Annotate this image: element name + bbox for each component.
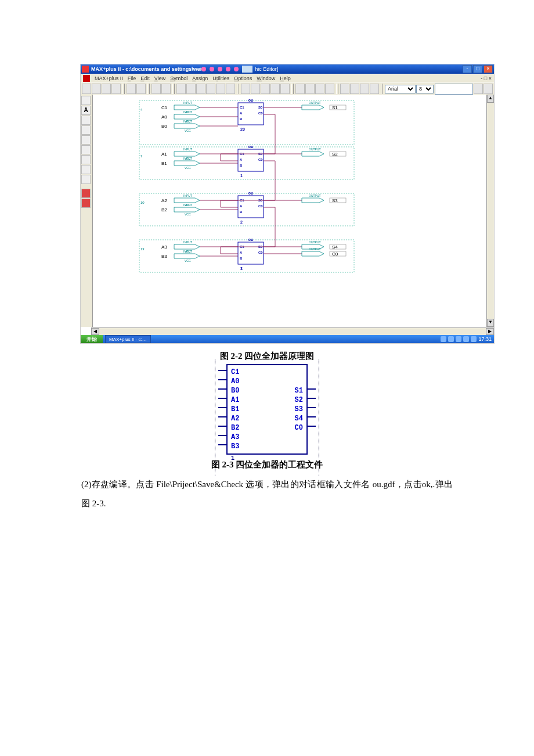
taskbar-app-button[interactable]: MAX+plus II - c:… xyxy=(105,335,151,343)
toolbar-button[interactable] xyxy=(305,84,315,94)
svg-text:A: A xyxy=(240,158,243,161)
tool-fit-icon[interactable] xyxy=(81,175,91,184)
toolbar-button[interactable] xyxy=(360,84,369,94)
tray-icon[interactable] xyxy=(456,336,461,342)
tool-line-icon[interactable] xyxy=(81,116,91,125)
toolbar-button[interactable] xyxy=(206,84,215,94)
schematic-canvas[interactable]: ouC1ABS0C020C1INPUTVCCA0INPUTVCCB0INPUTV… xyxy=(93,95,486,327)
maximize-button[interactable]: □ xyxy=(473,65,482,73)
svg-text:7: 7 xyxy=(140,154,143,158)
scroll-down-icon[interactable]: ▼ xyxy=(487,319,494,327)
window-title-suffix: hic Editor] xyxy=(255,66,278,72)
pin-row: B2C0 xyxy=(231,423,303,433)
tray-icon[interactable] xyxy=(463,336,469,342)
svg-text:A: A xyxy=(240,251,243,254)
tool-zoomin-icon[interactable] xyxy=(81,155,91,164)
svg-text:A2: A2 xyxy=(161,198,167,203)
toolbar-button[interactable] xyxy=(484,84,493,94)
close-button[interactable]: × xyxy=(484,65,493,73)
svg-text:B2: B2 xyxy=(161,207,167,213)
tool-zoomout-icon[interactable] xyxy=(81,165,91,174)
doc-icons-group xyxy=(201,67,239,71)
toolbar-button[interactable] xyxy=(325,84,334,94)
menu-view[interactable]: View xyxy=(154,75,165,81)
menu-app[interactable]: MAX+plus II xyxy=(95,75,123,81)
toolbar-button[interactable] xyxy=(315,84,324,94)
tray-icon[interactable] xyxy=(441,336,446,342)
toolbar-button[interactable] xyxy=(251,84,260,94)
svg-text:3: 3 xyxy=(240,267,243,271)
pin-row: C1 xyxy=(231,368,303,377)
toolbar-button[interactable] xyxy=(370,84,379,94)
mdi-icon xyxy=(242,66,252,73)
toolbar-button[interactable] xyxy=(102,84,111,94)
toolbar-button[interactable] xyxy=(241,84,250,94)
menu-edit[interactable]: Edit xyxy=(140,75,150,81)
toolbar-button[interactable] xyxy=(295,84,305,94)
svg-text:B1: B1 xyxy=(161,161,167,166)
size-select[interactable]: 8 xyxy=(416,85,434,93)
menu-file[interactable]: File xyxy=(128,75,136,81)
toolbar-input[interactable] xyxy=(435,84,473,95)
toolbar-button[interactable] xyxy=(82,84,91,94)
pin-row: A3 xyxy=(231,433,303,442)
toolbar-button[interactable] xyxy=(270,84,280,94)
tool-color2-icon[interactable] xyxy=(81,199,91,208)
toolbar-button[interactable] xyxy=(92,84,101,94)
toolbar-button[interactable] xyxy=(280,84,290,94)
menu-utilities[interactable]: Utilities xyxy=(212,75,229,81)
menu-window[interactable]: Window xyxy=(257,75,275,81)
pin-row: A1S2 xyxy=(231,395,303,405)
toolbar-button[interactable] xyxy=(226,84,235,94)
start-button[interactable]: 开始 xyxy=(81,335,103,343)
pin-lead xyxy=(218,407,226,408)
toolbar-button[interactable] xyxy=(261,84,270,94)
svg-text:INPUT: INPUT xyxy=(183,110,192,114)
pin-row: B0S1 xyxy=(231,386,303,395)
svg-text:B: B xyxy=(240,117,243,121)
toolbar-button[interactable] xyxy=(151,84,161,94)
menu-options[interactable]: Options xyxy=(234,75,252,81)
toolbar-button[interactable] xyxy=(350,84,359,94)
mdi-buttons[interactable]: - □ × xyxy=(481,75,492,81)
scroll-up-icon[interactable]: ▲ xyxy=(487,95,494,103)
tool-color1-icon[interactable] xyxy=(81,189,91,198)
menu-assign[interactable]: Assign xyxy=(192,75,208,81)
window-buttons[interactable]: - □ × xyxy=(463,65,493,73)
tool-arrow-icon[interactable] xyxy=(81,96,91,105)
doc-icon xyxy=(201,67,206,71)
toolbar-button[interactable] xyxy=(216,84,225,94)
tool-text-icon[interactable]: A xyxy=(81,106,91,115)
horizontal-scrollbar[interactable]: ◀ ▶ xyxy=(91,327,494,335)
toolbar-button[interactable] xyxy=(196,84,205,94)
toolbar-button[interactable] xyxy=(161,84,171,94)
tray-icon[interactable] xyxy=(448,336,454,342)
vertical-scrollbar[interactable]: ▲ ▼ xyxy=(486,95,494,327)
minimize-button[interactable]: - xyxy=(463,65,472,73)
tool-circle-icon[interactable] xyxy=(81,135,91,145)
toolbar-button[interactable] xyxy=(176,84,186,94)
svg-text:10: 10 xyxy=(140,201,145,204)
tool-diag-icon[interactable] xyxy=(81,125,91,135)
svg-text:C0: C0 xyxy=(258,111,263,115)
toolbar-button[interactable] xyxy=(136,84,146,94)
system-tray[interactable]: 17:31 xyxy=(438,336,494,342)
toolbar-button[interactable] xyxy=(127,84,136,94)
scroll-left-icon[interactable]: ◀ xyxy=(91,328,99,335)
toolbar-button[interactable] xyxy=(186,84,196,94)
tool-arc-icon[interactable] xyxy=(81,145,91,154)
window-titlebar: MAX+plus II - c:\documents and settings\… xyxy=(81,64,494,74)
toolbar-button[interactable] xyxy=(111,84,121,94)
pin-right: S3 xyxy=(295,405,303,414)
toolbar-button[interactable] xyxy=(474,84,483,94)
svg-text:OUTPUT: OUTPUT xyxy=(309,147,321,151)
toolbar-button[interactable] xyxy=(340,84,349,94)
svg-text:INPUT: INPUT xyxy=(183,250,192,253)
scroll-right-icon[interactable]: ▶ xyxy=(486,328,494,335)
doc-icon xyxy=(226,67,230,71)
pin-left: B2 xyxy=(231,423,239,433)
menu-symbol[interactable]: Symbol xyxy=(170,75,187,81)
menu-help[interactable]: Help xyxy=(280,75,291,81)
font-select[interactable]: Arial xyxy=(385,85,416,93)
tray-icon[interactable] xyxy=(471,336,477,342)
